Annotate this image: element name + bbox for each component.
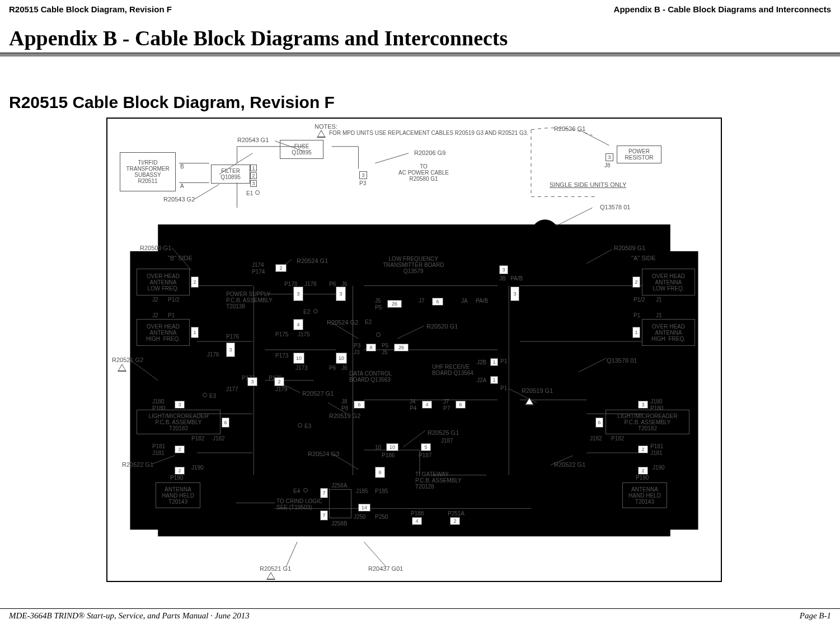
page-header: R20515 Cable Block Diagram, Revision F A… (0, 4, 840, 14)
pin-jb-3: 3 (606, 153, 613, 161)
svg-point-33 (532, 219, 559, 246)
label-p175: P175 (275, 331, 288, 337)
label-pab-a: PA/B (476, 298, 488, 304)
pin-7-b: 7 (320, 510, 328, 520)
box-overhead-lf-b: OVER HEAD ANTENNA LOW FREQ. (137, 269, 190, 295)
label-p182b: P182 (191, 435, 204, 442)
label-j178: J178 (304, 281, 317, 287)
page-footer: MDE-3664B TRIND® Start-up, Service, and … (0, 608, 840, 621)
pin-p3-3: 3 (359, 171, 367, 179)
box-fuse: FUSE Q10895 (280, 140, 323, 159)
label-j1-a2: J1 (656, 312, 662, 318)
label-e2b: E2 (365, 319, 372, 325)
title-rule (0, 53, 840, 57)
label-j176: J176 (207, 351, 219, 358)
flag-1-icon-c: 1 (525, 397, 534, 405)
pin-6-j7: 6 (456, 401, 466, 409)
label-r20524-g1: R20524 G1 (297, 257, 328, 264)
label-p8: P8 (341, 405, 348, 411)
box-filter: FILTER Q10895 (211, 165, 250, 184)
label-j182b: J182 (213, 435, 225, 442)
pin-1-hfb: 1 (191, 327, 199, 338)
label-q13578-01-a: Q13578 01 (600, 204, 630, 210)
box-antenna-hh-b: ANTENNA HAND HELD T20143 (156, 482, 200, 508)
label-uhf: UHF RECEIVE BOARD Q13564 (432, 364, 473, 376)
label-to-crind: TO CRIND LOGIC SEE (T19503) (276, 498, 322, 510)
label-p12-a: P1/2 (633, 297, 645, 303)
pin-2-179: 2 (274, 377, 284, 386)
box-bracket (329, 489, 351, 518)
flag-1-icon-b: 1 (118, 364, 126, 372)
label-p3-dc: P3 (354, 343, 360, 349)
pin-3-176: 3 (226, 343, 235, 357)
label-r20521-g1: R20521 G1 (260, 565, 291, 572)
label-j180b: J180 (152, 398, 165, 405)
pin-3: 3 (250, 180, 257, 187)
label-single-side: SINGLE SIDE UNITS ONLY (550, 181, 626, 188)
label-ti-gateway: TI GATEWAY P.C.B. ASSEMBLY T20128 (415, 471, 462, 490)
label-p187: P187 (419, 452, 431, 458)
pin-3-lf: 3 (336, 287, 346, 301)
label-j174: J174 (252, 262, 264, 268)
label-j175: J175 (298, 331, 310, 337)
pin-3-180b: 3 (175, 401, 185, 409)
label-r20509-g1-b: R20509 G1 (140, 245, 171, 251)
label-jb: JB (499, 275, 506, 281)
box-antenna-hh-a: ANTENNA HAND HELD T20143 (622, 482, 667, 508)
pin-1-j2a: 1 (490, 376, 498, 384)
header-left: R20515 Cable Block Diagram, Revision F (9, 4, 172, 14)
pin-3-180a: 3 (638, 401, 648, 409)
label-pab-b: PA/B (510, 275, 523, 281)
label-p174: P174 (252, 269, 265, 275)
label-r20519-g2: R20519 G2 (329, 412, 360, 419)
label-j2b: J2B (477, 359, 486, 365)
pin-6-lmb: 6 (222, 417, 229, 428)
label-j4: J4 (410, 398, 416, 405)
label-r20522-g1-a: R20522 G1 (554, 461, 585, 468)
pin-2-181a: 2 (638, 445, 648, 453)
label-p188: P188 (411, 510, 424, 517)
label-j258a: J258A (331, 482, 347, 489)
label-q13578-01-b: Q13578 01 (607, 357, 637, 364)
pin-3-pa: 3 (510, 287, 519, 301)
pin-4-ps: 4 (293, 319, 303, 330)
label-b-side: "B" SIDE (168, 255, 193, 261)
label-j181a: J181 (650, 450, 663, 456)
label-r20519-g1: R20519 G1 (522, 387, 553, 394)
pin-2-lfb: 2 (191, 276, 199, 288)
label-r20524-g3: R20524 G3 (308, 451, 339, 457)
pin-4-188: 4 (412, 517, 422, 525)
label-p186: P186 (382, 452, 395, 458)
label-j180a: J180 (650, 398, 663, 405)
svg-line-14 (375, 153, 409, 163)
footer-left: MDE-3664B TRIND® Start-up, Service, and … (9, 611, 250, 621)
svg-line-15 (581, 131, 609, 146)
label-j6-dc: J6 (341, 365, 348, 371)
label-j181b: J181 (152, 450, 165, 456)
label-p181a: P181 (650, 443, 663, 449)
pin-2-lfa: 2 (632, 276, 640, 288)
label-e3b: E3 (304, 423, 311, 429)
label-p251a: P251A (448, 510, 464, 517)
label-ja: JA (461, 298, 468, 304)
label-p3: P3 (359, 180, 366, 186)
header-right: Appendix B - Cable Block Diagrams and In… (614, 4, 831, 14)
label-r20206-g9: R20206 G9 (414, 149, 445, 156)
label-a-side: "A" SIDE (631, 255, 656, 261)
label-p6: P6 (329, 281, 336, 287)
svg-line-31 (286, 542, 297, 567)
label-to-ac: TO AC POWER CABLE R20580 G1 (398, 163, 449, 182)
label-p190a: P190 (636, 475, 649, 481)
label-r20437-g01: R20437 G01 (368, 565, 403, 572)
label-p12-b: P1/2 (168, 297, 180, 303)
label-j7-a: J7 (419, 298, 425, 304)
label-p1-b: P1 (168, 312, 175, 318)
label-p6-dc: P6 (329, 365, 336, 371)
label-r20526-g1: R20526 G1 (554, 125, 585, 132)
box-overhead-lf-a: OVER HEAD ANTENNA LOW FREQ. (642, 269, 695, 295)
label-p176: P176 (226, 334, 239, 340)
label-p185: P185 (375, 488, 388, 494)
box-power-resistor: POWER RESISTOR (617, 146, 661, 163)
label-e1: E1 (246, 190, 253, 196)
label-r20520-g1: R20520 G1 (426, 323, 458, 330)
